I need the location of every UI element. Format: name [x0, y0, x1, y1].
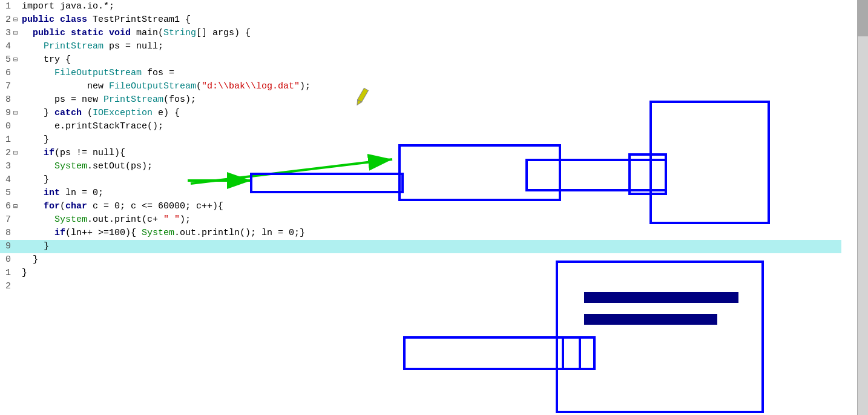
- code-content: public static void main(String[] args) {: [22, 27, 841, 40]
- code-line: 6⊟ for(char c = 0; c <= 60000; c++){: [0, 200, 841, 213]
- code-content: int ln = 0;: [22, 187, 841, 200]
- code-line: 2: [0, 280, 841, 293]
- code-line: 5 int ln = 0;: [0, 187, 841, 200]
- fold-icon: [13, 0, 22, 13]
- code-content: import java.io.*;: [22, 0, 841, 13]
- fold-icon: [13, 133, 22, 147]
- fold-icon: [13, 227, 22, 240]
- code-content: } catch (IOException e) {: [22, 107, 841, 120]
- scrollbar[interactable]: [857, 0, 868, 415]
- code-content: FileOutputStream fos =: [22, 67, 841, 80]
- fold-icon[interactable]: ⊟: [13, 53, 22, 67]
- code-content: public class TestPrintStream1 {: [22, 13, 841, 27]
- line-number: 0: [0, 120, 11, 133]
- fold-icon[interactable]: ⊟: [13, 27, 22, 40]
- code-content: ps = new PrintStream(fos);: [22, 93, 841, 107]
- code-content: for(char c = 0; c <= 60000; c++){: [22, 200, 841, 213]
- code-content: PrintStream ps = null;: [22, 40, 841, 53]
- code-content: if(ps != null){: [22, 147, 841, 160]
- fold-icon: [13, 240, 22, 253]
- code-line: 7 new FileOutputStream("d:\\bak\\log.dat…: [0, 80, 841, 93]
- code-line: 3⊟ public static void main(String[] args…: [0, 27, 841, 40]
- code-line: 5⊟ try {: [0, 53, 841, 67]
- fold-icon: [13, 120, 22, 133]
- line-number: 8: [0, 227, 11, 240]
- code-content: new FileOutputStream("d:\\bak\\log.dat")…: [22, 80, 841, 93]
- code-line: 2⊟ if(ps != null){: [0, 147, 841, 160]
- code-editor: 1 import java.io.*;2⊟public class TestPr…: [0, 0, 841, 415]
- fold-icon: [13, 280, 22, 293]
- line-number: 8: [0, 93, 11, 107]
- line-number: 4: [0, 40, 11, 53]
- code-content: if(ln++ >=100){ System.out.println(); ln…: [22, 227, 841, 240]
- line-number: 4: [0, 173, 11, 187]
- line-number: 9: [0, 107, 11, 120]
- scrollbar-thumb[interactable]: [858, 0, 868, 36]
- code-line: 8 ps = new PrintStream(fos);: [0, 93, 841, 107]
- line-number: 2: [0, 13, 11, 27]
- line-number: 9: [0, 240, 11, 253]
- code-line: 0 e.printStackTrace();: [0, 120, 841, 133]
- fold-icon: [13, 187, 22, 200]
- line-number: 1: [0, 133, 11, 147]
- fold-icon: [13, 173, 22, 187]
- fold-icon: [13, 93, 22, 107]
- code-line: 1 import java.io.*;: [0, 0, 841, 13]
- line-number: 5: [0, 53, 11, 67]
- fold-icon: [13, 40, 22, 53]
- code-line: 0 }: [0, 253, 841, 267]
- code-content: }: [22, 173, 841, 187]
- code-line: 6 FileOutputStream fos =: [0, 67, 841, 80]
- fold-icon[interactable]: ⊟: [13, 13, 22, 27]
- fold-icon: [13, 160, 22, 173]
- line-number: 1: [0, 0, 11, 13]
- code-line: 9 }: [0, 240, 841, 253]
- line-number: 1: [0, 267, 11, 280]
- fold-icon: [13, 267, 22, 280]
- code-line: 7 System.out.print(c+ " ");: [0, 213, 841, 227]
- line-number: 6: [0, 67, 11, 80]
- code-line: 1 }: [0, 267, 841, 280]
- line-number: 2: [0, 280, 11, 293]
- line-number: 2: [0, 147, 11, 160]
- code-content: try {: [22, 53, 841, 67]
- fold-icon: [13, 67, 22, 80]
- fold-icon: [13, 253, 22, 267]
- code-content: System.setOut(ps);: [22, 160, 841, 173]
- line-number: 3: [0, 27, 11, 40]
- line-number: 6: [0, 200, 11, 213]
- code-content: }: [22, 240, 841, 253]
- fold-icon[interactable]: ⊟: [13, 107, 22, 120]
- code-line: 9⊟ } catch (IOException e) {: [0, 107, 841, 120]
- fold-icon[interactable]: ⊟: [13, 200, 22, 213]
- code-content: System.out.print(c+ " ");: [22, 213, 841, 227]
- code-line: 8 if(ln++ >=100){ System.out.println(); …: [0, 227, 841, 240]
- line-number: 7: [0, 80, 11, 93]
- code-content: }: [22, 133, 841, 147]
- line-number: 5: [0, 187, 11, 200]
- fold-icon[interactable]: ⊟: [13, 147, 22, 160]
- code-content: }: [22, 267, 841, 280]
- code-line: 1 }: [0, 133, 841, 147]
- code-line: 2⊟public class TestPrintStream1 {: [0, 13, 841, 27]
- code-content: }: [22, 253, 841, 267]
- line-number: 3: [0, 160, 11, 173]
- fold-icon: [13, 213, 22, 227]
- line-number: 0: [0, 253, 11, 267]
- code-line: 3 System.setOut(ps);: [0, 160, 841, 173]
- code-line: 4 }: [0, 173, 841, 187]
- code-content: e.printStackTrace();: [22, 120, 841, 133]
- fold-icon: [13, 80, 22, 93]
- line-number: 7: [0, 213, 11, 227]
- code-line: 4 PrintStream ps = null;: [0, 40, 841, 53]
